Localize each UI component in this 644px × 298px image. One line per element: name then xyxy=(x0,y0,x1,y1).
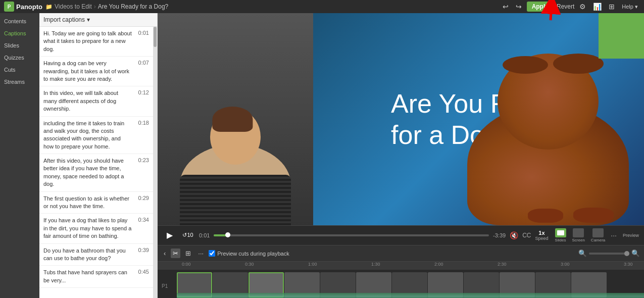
logo-text: Panopto xyxy=(16,3,42,11)
cut-tool[interactable]: ✂ xyxy=(171,249,180,258)
sidebar-item-streams[interactable]: Streams xyxy=(0,76,39,88)
slides-mode-label: Slides xyxy=(555,238,566,242)
camera-mode-icon xyxy=(592,228,604,237)
caption-item-4[interactable]: After this video, you should have better… xyxy=(39,154,153,192)
stats-button[interactable]: 📊 xyxy=(591,2,604,12)
redo-button[interactable]: ↪ xyxy=(514,2,524,12)
topbar: P Panopto 📁 Videos to Edit › Are You Rea… xyxy=(0,0,644,13)
caption-item-3[interactable]: including the time it takes to train and… xyxy=(39,117,153,155)
track-label: P1 xyxy=(162,283,177,289)
zoom-controls: 🔍 🔍 xyxy=(578,250,640,257)
slides-mode-icon xyxy=(555,228,566,237)
caption-time-2: 0:12 xyxy=(135,89,149,113)
caption-text-8: Tubs that have hand sprayers can be very… xyxy=(43,269,132,284)
help-button[interactable]: Help ▾ xyxy=(620,3,640,11)
timeline-track: P1 xyxy=(158,270,644,298)
timeline-ruler: 0:00 0:30 1:00 1:30 2:00 2:30 3:00 3:30 xyxy=(158,262,644,270)
slides-mode-btn[interactable]: Slides xyxy=(553,227,569,244)
caption-time-8: 0:45 xyxy=(135,269,149,284)
zoom-in-btn[interactable]: 🔍 xyxy=(631,250,640,257)
speed-value: 1x xyxy=(538,230,544,236)
camera-mode-btn[interactable]: Camera xyxy=(588,227,608,244)
panopto-logo: P Panopto xyxy=(4,2,42,12)
toolbar-right: ↩ ↪ Apply Revert ⚙ 📊 ⊞ Help ▾ xyxy=(501,2,640,12)
screen-mode-icon xyxy=(573,228,584,237)
caption-text-7: Do you have a bathroom that you can use … xyxy=(43,247,132,263)
play-button[interactable]: ▶ xyxy=(163,228,177,242)
caption-item-7[interactable]: Do you have a bathroom that you can use … xyxy=(39,244,153,266)
layout-button[interactable]: ⊞ xyxy=(607,2,617,12)
caption-text-2: In this video, we will talk about many d… xyxy=(43,89,132,113)
preview-label: Preview xyxy=(623,233,639,238)
camera-mode-label: Camera xyxy=(591,238,605,242)
back-btn[interactable]: ‹ xyxy=(162,249,168,258)
screen-mode-btn[interactable]: Screen xyxy=(570,227,587,244)
undo-button[interactable]: ↩ xyxy=(501,2,511,12)
preview-checkbox-input[interactable] xyxy=(209,250,215,257)
captions-list: Hi. Today we are going to talk about wha… xyxy=(39,27,153,298)
zoom-out-btn[interactable]: 🔍 xyxy=(578,250,587,257)
caption-text-0: Hi. Today we are going to talk about wha… xyxy=(43,30,132,53)
person-silhouette xyxy=(158,13,313,225)
green-bar xyxy=(599,13,644,59)
caption-time-1: 0:07 xyxy=(135,60,149,83)
more-views-button[interactable]: ··· xyxy=(609,231,619,239)
scrollbar-track[interactable] xyxy=(153,27,157,298)
remaining-time: -3:39 xyxy=(493,232,506,238)
tick-30: 0:30 xyxy=(245,262,254,267)
tick-200: 2:00 xyxy=(434,262,443,267)
apply-button[interactable]: Apply xyxy=(527,2,554,12)
caption-time-6: 0:34 xyxy=(135,217,149,240)
sidebar-item-slides[interactable]: Slides xyxy=(0,39,39,52)
captions-toggle[interactable]: CC xyxy=(522,232,531,239)
speed-control[interactable]: 1x Speed xyxy=(535,230,548,241)
sidebar-item-captions[interactable]: Captions xyxy=(0,27,39,39)
waveform xyxy=(177,293,644,298)
view-modes: Slides Screen Camera ··· xyxy=(553,227,619,244)
revert-button[interactable]: Revert xyxy=(557,3,574,10)
screen-mode-label: Screen xyxy=(572,238,585,242)
scrollbar-thumb[interactable] xyxy=(154,27,157,47)
settings-button[interactable]: ⚙ xyxy=(577,2,588,12)
caption-text-3: including the time it takes to train and… xyxy=(43,120,132,151)
progress-thumb[interactable] xyxy=(225,232,230,237)
caption-text-6: If you have a dog that likes to play in … xyxy=(43,217,132,240)
breadcrumb-page: Are You Ready for a Dog? xyxy=(98,3,168,10)
caption-time-3: 0:18 xyxy=(135,120,149,151)
caption-item-2[interactable]: In this video, we will talk about many d… xyxy=(39,86,153,116)
sidebar-item-cuts[interactable]: Cuts xyxy=(0,64,39,76)
zoom-thumb[interactable] xyxy=(624,251,629,256)
caption-item-1[interactable]: Having a dog can be very rewarding, but … xyxy=(39,57,153,86)
timeline-toolbar: ‹ ✂ ⊞ ··· Preview cuts during playback 🔍… xyxy=(158,245,644,262)
sidebar-item-contents[interactable]: Contents xyxy=(0,15,39,27)
caption-time-0: 0:01 xyxy=(135,30,149,53)
timeline-content: 0:00 0:30 1:00 1:30 2:00 2:30 3:00 3:30 … xyxy=(158,262,644,298)
caption-item-6[interactable]: If you have a dog that likes to play in … xyxy=(39,214,153,243)
volume-button[interactable]: 🔇 xyxy=(510,231,518,239)
breadcrumb-folder[interactable]: Videos to Edit xyxy=(55,3,92,10)
preview-checkbox-label[interactable]: Preview cuts during playback xyxy=(209,250,289,257)
zoom-slider[interactable] xyxy=(589,253,629,255)
camera-feed xyxy=(158,13,313,225)
content-panel: Import captions ▾ Hi. Today we are going… xyxy=(39,13,158,298)
tick-230: 2:30 xyxy=(498,262,507,267)
caption-time-4: 0:23 xyxy=(135,157,149,188)
zoom-fit-btn[interactable]: ⊞ xyxy=(183,249,193,258)
skip-back-button[interactable]: ↺10 xyxy=(181,228,195,242)
more-tools-btn[interactable]: ··· xyxy=(196,249,206,258)
caption-item-8[interactable]: Tubs that have hand sprayers can be very… xyxy=(39,266,153,288)
shirt-shape xyxy=(180,175,291,225)
timeline: ‹ ✂ ⊞ ··· Preview cuts during playback 🔍… xyxy=(158,245,644,298)
progress-bar[interactable] xyxy=(214,234,489,236)
import-captions-bar[interactable]: Import captions ▾ xyxy=(39,13,157,27)
caption-text-1: Having a dog can be very rewarding, but … xyxy=(43,60,132,83)
dog-image xyxy=(457,69,629,225)
import-label: Import captions xyxy=(43,16,85,23)
sidebar-item-quizzes[interactable]: Quizzes xyxy=(0,52,39,64)
caption-item-5[interactable]: The first question to ask is whether or … xyxy=(39,192,153,214)
caption-text-5: The first question to ask is whether or … xyxy=(43,195,132,211)
tick-130: 1:30 xyxy=(371,262,380,267)
caption-item-0[interactable]: Hi. Today we are going to talk about wha… xyxy=(39,27,153,57)
breadcrumb-sep: › xyxy=(94,3,96,10)
folder-icon: 📁 xyxy=(45,4,53,10)
